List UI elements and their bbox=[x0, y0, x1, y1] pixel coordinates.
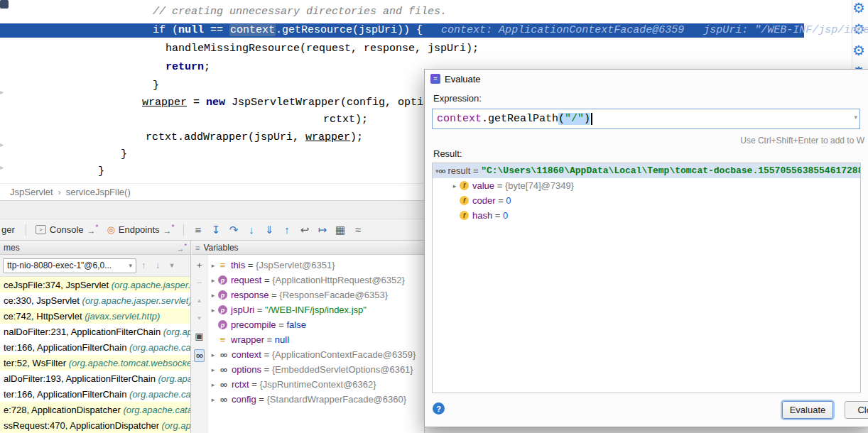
result-row[interactable]: ▸fvalue = {byte[74]@7349} bbox=[433, 178, 860, 193]
chevron-down-icon[interactable]: ▾ bbox=[854, 114, 857, 121]
frame-row[interactable]: ter:52, WsFilter (org.apache.tomcat.webs… bbox=[0, 355, 190, 371]
field-icon: f bbox=[460, 196, 469, 205]
frames-list: ceJspFile:374, JspServlet (org.apache.ja… bbox=[0, 277, 190, 433]
gear-icon[interactable]: ⚙ bbox=[852, 43, 865, 57]
result-row[interactable]: fcoder = 0 bbox=[433, 193, 860, 208]
variable-name: options bbox=[232, 364, 261, 375]
variable-row[interactable]: ▸oocontext = {ApplicationContextFacade@6… bbox=[208, 347, 424, 362]
variable-row[interactable]: ▸pjspUri = "/WEB-INF/jsp/index.jsp" bbox=[208, 302, 424, 317]
breadcrumb-method[interactable]: serviceJspFile() bbox=[66, 187, 131, 197]
grip-icon: ≡ bbox=[195, 243, 200, 252]
expand-chevron-icon[interactable]: ▸ bbox=[208, 351, 218, 358]
settings-menu-icon[interactable]: ≡ bbox=[189, 224, 207, 236]
variable-row[interactable]: ▸oooptions = {EmbeddedServletOptions@636… bbox=[208, 362, 424, 377]
step-into-icon[interactable]: ↓ bbox=[242, 224, 260, 236]
variable-row[interactable]: ▸oorctxt = {JspRuntimeContext@6362} bbox=[208, 377, 424, 392]
move-up-icon[interactable]: ▲ bbox=[197, 296, 202, 306]
frame-location: e:728, ApplicationDispatcher bbox=[4, 405, 121, 415]
code-line: rctxt.addWrapper(jspUri, wrapper); bbox=[146, 130, 363, 146]
run-to-cursor-icon[interactable]: ↦ bbox=[313, 224, 331, 236]
frames-header: mes →* bbox=[0, 241, 190, 255]
parameter-icon: p bbox=[218, 305, 227, 314]
frame-location: ssRequest:470, ApplicationDispatcher bbox=[4, 420, 159, 431]
expand-chevron-icon bbox=[450, 197, 460, 204]
expand-chevron-icon[interactable]: ▸ bbox=[208, 262, 218, 269]
chevron-down-icon: ▾ bbox=[129, 262, 132, 269]
frame-row[interactable]: ce:330, JspServlet (org.apache.jasper.se… bbox=[0, 292, 190, 308]
window-corner-icon bbox=[0, 0, 9, 9]
frame-row[interactable]: alDoFilter:193, ApplicationFilterChain (… bbox=[0, 371, 190, 386]
dialog-titlebar[interactable]: = Evaluate bbox=[425, 70, 868, 88]
chevron-right-icon: › bbox=[58, 187, 61, 197]
expand-chevron-icon[interactable]: ▸ bbox=[208, 366, 218, 373]
variable-row[interactable]: ▸ooconfig = {StandardWrapperFacade@6360} bbox=[208, 392, 424, 407]
remove-watch-icon[interactable]: − bbox=[197, 278, 202, 288]
show-execution-point-icon[interactable]: ↧ bbox=[207, 224, 224, 236]
stream-debug-icon[interactable]: ≈ bbox=[349, 224, 367, 236]
evaluate-dialog[interactable]: = Evaluate Expression: context.getRealPa… bbox=[424, 69, 868, 427]
frame-location: ter:52, WsFilter bbox=[4, 358, 66, 368]
variable-row[interactable]: ▸≡this = {JspServlet@6351} bbox=[208, 258, 424, 273]
expression-input[interactable]: context.getRealPath("/") bbox=[432, 109, 860, 129]
result-row[interactable]: fhash = 0 bbox=[433, 208, 860, 223]
expand-chevron-icon[interactable]: ▸ bbox=[450, 182, 460, 190]
jump-arrow-icon: →* bbox=[87, 224, 99, 236]
close-button[interactable]: Close bbox=[845, 401, 868, 419]
filter-funnel-icon[interactable]: ▼ bbox=[165, 262, 179, 269]
previous-frame-icon[interactable]: ↑ bbox=[136, 261, 151, 270]
code-line: } bbox=[98, 164, 104, 180]
frame-location: ter:166, ApplicationFilterChain bbox=[4, 342, 126, 353]
variable-row[interactable]: pprecompile = false bbox=[208, 317, 424, 332]
frame-package: (org.apache.jasper.servlet) bbox=[80, 295, 190, 306]
fold-marker-icon[interactable]: ▸ bbox=[0, 88, 4, 96]
expand-chevron-icon[interactable]: ▸ bbox=[208, 396, 218, 403]
frame-row[interactable]: e:728, ApplicationDispatcher (org.apache… bbox=[0, 402, 190, 417]
view-as-table-icon[interactable]: ▦ bbox=[331, 224, 349, 236]
variable-value: {ApplicationHttpRequest@6352} bbox=[272, 275, 405, 285]
frame-row[interactable]: ce:742, HttpServlet (javax.servlet.http) bbox=[0, 308, 190, 324]
step-out-icon[interactable]: ↑ bbox=[278, 224, 295, 236]
gear-icon[interactable]: ⚙ bbox=[852, 1, 865, 15]
evaluate-button[interactable]: Evaluate bbox=[782, 401, 833, 419]
force-step-into-icon[interactable]: ⇓ bbox=[260, 224, 278, 236]
frame-row[interactable]: nalDoFilter:231, ApplicationFilterChain … bbox=[0, 324, 190, 339]
frame-row[interactable]: ssRequest:470, ApplicationDispatcher (or… bbox=[0, 417, 190, 433]
expand-chevron-icon[interactable]: ▸ bbox=[208, 277, 218, 284]
variable-row[interactable]: ≡wrapper = null bbox=[208, 332, 424, 347]
value-icon: ≡ bbox=[218, 334, 227, 345]
variable-row[interactable]: ▸prequest = {ApplicationHttpRequest@6352… bbox=[208, 273, 424, 287]
frame-row[interactable]: ter:166, ApplicationFilterChain (org.apa… bbox=[0, 386, 190, 402]
tab-console[interactable]: > Console →* bbox=[31, 224, 103, 236]
thread-selector[interactable]: ttp-nio-8080-exec-1"@6,0... ▾ bbox=[3, 258, 136, 273]
frame-location: ce:742, HttpServlet bbox=[4, 311, 82, 322]
hide-panel-icon[interactable]: →* bbox=[176, 242, 187, 253]
move-down-icon[interactable]: ▼ bbox=[197, 314, 202, 324]
add-watch-icon[interactable]: + bbox=[197, 261, 202, 270]
frame-row[interactable]: ter:166, ApplicationFilterChain (org.apa… bbox=[0, 339, 190, 355]
fold-marker-icon[interactable]: ▸ bbox=[0, 141, 4, 148]
tab-debugger-partial[interactable]: ger bbox=[0, 224, 21, 235]
drop-frame-icon[interactable]: ↩ bbox=[295, 224, 313, 236]
expand-chevron-icon bbox=[450, 212, 460, 219]
expand-chevron-icon[interactable]: ▸ bbox=[208, 381, 218, 388]
result-name: coder bbox=[472, 195, 496, 206]
code-line: } bbox=[153, 78, 159, 94]
expand-chevron-icon[interactable]: ▸ bbox=[208, 307, 218, 314]
tab-endpoints[interactable]: ◎ Endpoints →* bbox=[102, 224, 178, 236]
result-value: 0 bbox=[506, 195, 511, 206]
fold-marker-icon[interactable]: ▸ bbox=[0, 163, 4, 171]
help-icon[interactable]: ? bbox=[433, 402, 445, 415]
open-panel-icon[interactable]: ▣ bbox=[195, 331, 203, 341]
result-tree[interactable]: ▾ooresult = "C:\Users\11860\AppData\Loca… bbox=[432, 163, 861, 393]
variable-value: null bbox=[275, 334, 289, 345]
frame-row[interactable]: ceJspFile:374, JspServlet (org.apache.ja… bbox=[0, 277, 190, 292]
expand-chevron-icon[interactable]: ▸ bbox=[208, 292, 218, 299]
next-frame-icon[interactable]: ↓ bbox=[151, 261, 165, 270]
result-row[interactable]: ▾ooresult = "C:\Users\11860\AppData\Loca… bbox=[433, 163, 860, 178]
variables-panel: ≡ Variables +−▲▼▣oo ▸≡this = {JspServlet… bbox=[192, 241, 425, 433]
breadcrumb-class[interactable]: JspServlet bbox=[10, 187, 53, 197]
show-watches-icon[interactable]: oo bbox=[194, 349, 205, 362]
step-over-icon[interactable]: ↷ bbox=[224, 224, 242, 236]
variable-row[interactable]: ▸presponse = {ResponseFacade@6353} bbox=[208, 287, 424, 302]
result-name: hash bbox=[472, 210, 492, 221]
